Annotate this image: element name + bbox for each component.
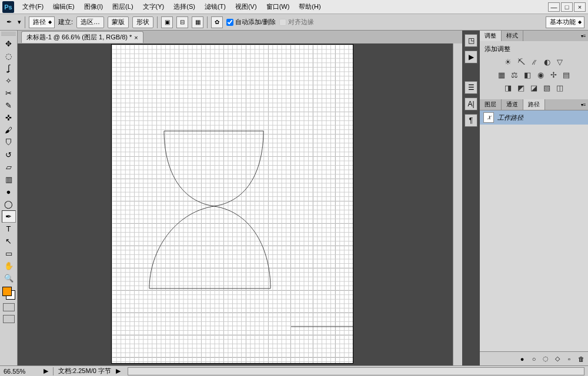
hand-tool[interactable]: ✋ (2, 260, 16, 272)
path-op-arrange-icon[interactable]: ▦ (192, 16, 203, 28)
menu-image[interactable]: 图像(I) (79, 1, 108, 13)
menu-view[interactable]: 视图(V) (230, 1, 262, 13)
paths-panel-footer: ● ○ ◌ ◇ ▫ 🗑 (480, 351, 588, 365)
levels-icon[interactable]: ⛏ (516, 57, 526, 66)
invert-icon[interactable]: ◨ (503, 83, 513, 92)
screenmode-toggle[interactable] (3, 315, 15, 323)
workspace-select[interactable]: 基本功能 ◆ (546, 16, 584, 28)
menu-edit[interactable]: 编辑(E) (48, 1, 79, 13)
window-maximize-button[interactable]: □ (561, 2, 573, 12)
gradient-tool[interactable]: ▥ (2, 173, 16, 186)
tab-layers[interactable]: 图层 (480, 99, 502, 110)
brush-tool[interactable]: 🖌 (2, 124, 16, 136)
paragraph-panel-icon[interactable]: ¶ (465, 114, 477, 127)
shape-tool[interactable]: ▭ (2, 247, 16, 260)
hue-icon[interactable]: ▦ (497, 70, 506, 79)
gradientmap-icon[interactable]: ▧ (542, 83, 552, 92)
window-minimize-button[interactable]: — (548, 2, 560, 12)
align-edges-checkbox[interactable]: 对齐边缘 (279, 18, 314, 26)
path-op-combine-icon[interactable]: ▣ (161, 16, 173, 28)
balance-icon[interactable]: ⚖ (510, 70, 519, 79)
document-tab[interactable]: 未标题-1 @ 66.6% (图层 1, RGB/8) * × (21, 31, 143, 43)
auto-add-delete-input[interactable] (226, 19, 233, 26)
posterize-icon[interactable]: ◩ (516, 83, 526, 92)
move-tool[interactable]: ✥ (2, 38, 16, 50)
toolbox-grip[interactable] (1, 32, 16, 36)
menu-type[interactable]: 文字(Y) (138, 1, 169, 13)
tab-channels[interactable]: 通道 (502, 99, 523, 110)
mode-select[interactable]: 路径 ◆ (29, 16, 55, 28)
menu-help[interactable]: 帮助(H) (294, 1, 325, 13)
menu-filter[interactable]: 滤镜(T) (200, 1, 230, 13)
menu-layer[interactable]: 图层(L) (108, 1, 138, 13)
make-mask-button[interactable]: 蒙版 (108, 16, 129, 28)
properties-panel-icon[interactable]: ☰ (465, 81, 477, 94)
path-op-align-icon[interactable]: ⊟ (176, 16, 188, 28)
tab-styles[interactable]: 样式 (502, 31, 523, 41)
magic-wand-tool[interactable]: ✧ (2, 75, 16, 87)
chevron-right-icon[interactable]: ▶ (44, 367, 48, 375)
tab-paths[interactable]: 路径 (523, 99, 545, 110)
curves-icon[interactable]: ⫽ (529, 57, 539, 66)
chevron-right-icon[interactable]: ▶ (116, 367, 121, 375)
eraser-tool[interactable]: ▱ (2, 161, 16, 173)
exposure-icon[interactable]: ◐ (542, 57, 552, 66)
quickmask-toggle[interactable] (3, 303, 15, 311)
delete-path-icon[interactable]: 🗑 (576, 354, 586, 364)
color-swatches[interactable] (2, 287, 15, 300)
document-info[interactable]: 文档:2.25M/0 字节 (58, 367, 111, 375)
auto-add-delete-checkbox[interactable]: 自动添加/删除 (226, 18, 276, 26)
menu-window[interactable]: 窗口(W) (262, 1, 295, 13)
eyedropper-tool[interactable]: ✎ (2, 99, 16, 112)
blur-tool[interactable]: ● (2, 186, 16, 198)
brightness-icon[interactable]: ☀ (503, 57, 513, 66)
new-path-icon[interactable]: ▫ (564, 354, 574, 364)
vertical-scrollbar[interactable] (453, 43, 462, 365)
separator (53, 367, 54, 375)
history-panel-icon[interactable]: ◳ (465, 34, 477, 47)
canvas[interactable] (112, 45, 353, 363)
dodge-tool[interactable]: ◯ (2, 198, 16, 210)
selective-icon[interactable]: ◫ (555, 83, 564, 92)
vibrance-icon[interactable]: ▽ (555, 57, 564, 66)
menu-file[interactable]: 文件(F) (18, 1, 48, 13)
bw-icon[interactable]: ◧ (523, 70, 532, 79)
healing-brush-tool[interactable]: ✜ (2, 112, 16, 124)
panel-menu-icon[interactable]: ▾≡ (579, 31, 588, 41)
photofilter-icon[interactable]: ◉ (536, 70, 545, 79)
pen-tool[interactable]: ✒ (2, 210, 16, 223)
app-logo: Ps (2, 1, 14, 13)
make-workpath-icon[interactable]: ◇ (553, 354, 562, 364)
load-selection-icon[interactable]: ◌ (541, 354, 550, 364)
gear-icon[interactable]: ✿ (211, 16, 223, 28)
window-close-button[interactable]: × (574, 2, 586, 12)
paths-list[interactable]: 𝛸 工作路径 (480, 110, 588, 351)
actions-panel-icon[interactable]: ▶ (465, 51, 477, 63)
chevron-down-icon[interactable]: ▾ (18, 18, 21, 26)
colorlookup-icon[interactable]: ▤ (562, 70, 571, 79)
lasso-tool[interactable]: ʆ (2, 62, 16, 75)
history-brush-tool[interactable]: ↺ (2, 149, 16, 161)
character-panel-icon[interactable]: A| (465, 98, 477, 110)
crop-tool[interactable]: ✂ (2, 87, 16, 99)
stroke-path-icon[interactable]: ○ (529, 354, 539, 364)
type-tool[interactable]: T (2, 223, 16, 235)
make-selection-button[interactable]: 选区… (76, 16, 104, 28)
channelmixer-icon[interactable]: ✢ (549, 70, 558, 79)
fill-path-icon[interactable]: ● (517, 354, 527, 364)
tab-adjustments[interactable]: 调整 (480, 31, 502, 41)
path-select-tool[interactable]: ↖ (2, 235, 16, 247)
zoom-tool[interactable]: 🔍 (2, 272, 16, 284)
horizontal-scrollbar[interactable] (128, 367, 584, 375)
path-item[interactable]: 𝛸 工作路径 (480, 110, 588, 125)
threshold-icon[interactable]: ◪ (529, 83, 539, 92)
menu-select[interactable]: 选择(S) (169, 1, 200, 13)
panel-menu-icon[interactable]: ▾≡ (579, 99, 588, 110)
close-icon[interactable]: × (134, 34, 138, 41)
clone-stamp-tool[interactable]: ⛉ (2, 136, 16, 149)
foreground-color[interactable] (2, 287, 12, 296)
auto-add-delete-label: 自动添加/删除 (235, 18, 276, 26)
zoom-level[interactable]: 66.55% (4, 368, 39, 375)
marquee-tool[interactable]: ◌ (2, 50, 16, 62)
make-shape-button[interactable]: 形状 (132, 16, 153, 28)
